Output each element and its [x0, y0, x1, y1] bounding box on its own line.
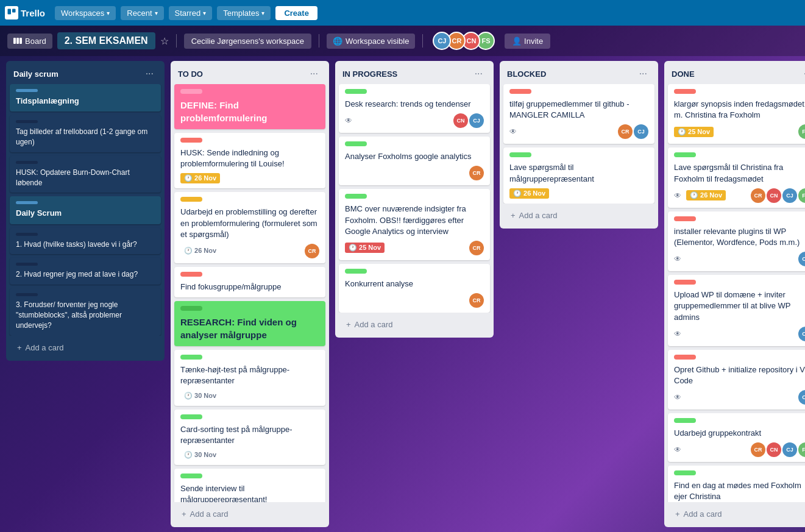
- card-avatars: CJ: [798, 327, 805, 341]
- card-avatar-fs: FS: [798, 188, 805, 203]
- plus-icon: +: [511, 211, 516, 220]
- card-husk-sende[interactable]: HUSK: Sende indledning og problemformule…: [174, 133, 325, 188]
- recent-nav-button[interactable]: Recent ▾: [121, 6, 163, 20]
- card-q3[interactable]: 3. Forudser/ forventer jeg nogle "stumbl…: [10, 288, 161, 335]
- card-sende-interview[interactable]: Sende interview til målgrupperepræsentan…: [174, 469, 325, 502]
- card-label: [180, 306, 202, 311]
- card-avatar-cr: CR: [469, 241, 484, 255]
- card-taenke-hoejt[interactable]: Tænke-højt-test på målgruppe-repræsentan…: [174, 350, 325, 405]
- add-card-button-daily-scrum[interactable]: + Add a card: [10, 338, 161, 357]
- card-label: [180, 197, 202, 202]
- card-find-dag[interactable]: Find en dag at mødes med Foxholm ejer Ch…: [668, 466, 805, 502]
- templates-nav-button[interactable]: Templates ▾: [217, 6, 271, 20]
- inprogress-column-menu-button[interactable]: ···: [471, 67, 486, 80]
- add-card-button-blocked[interactable]: + Add a card: [503, 206, 654, 225]
- daily-scrum-column-title: Daily scrum: [13, 69, 59, 79]
- card-udarbejd[interactable]: Udarbejd en problemstilling og derefter …: [174, 192, 325, 263]
- card-avatars: CJ: [798, 390, 805, 405]
- card-title: RESEARCH: Find viden og analyser målgrup…: [180, 316, 319, 341]
- card-tilfoj[interactable]: tilføj gruppemedlemmer til github - MANG…: [503, 84, 654, 144]
- card-installer[interactable]: installer relevante plugins til WP (Elem…: [668, 211, 805, 271]
- card-klargør[interactable]: klargør synopsis inden fredagsmødet m. C…: [668, 84, 805, 144]
- svg-rect-2: [13, 38, 16, 44]
- recent-chevron-icon: ▾: [155, 10, 158, 16]
- card-udarbejd-gruppe[interactable]: Udarbejd gruppekontrakt 👁 CR CN CJ FS: [668, 413, 805, 462]
- card-avatar-cj: CJ: [634, 124, 648, 139]
- card-daily-scrum-section[interactable]: Daily Scrum: [10, 196, 161, 224]
- visibility-button[interactable]: 🌐 Workspace visible: [327, 34, 416, 49]
- card-due-date: 🕐 26 Nov: [180, 173, 220, 183]
- card-research-find[interactable]: RESEARCH: Find viden og analyser målgrup…: [174, 301, 325, 346]
- card-avatar-cr: CR: [751, 188, 765, 203]
- done-column-menu-button[interactable]: ···: [800, 67, 805, 80]
- card-footer: 👁 CJ: [674, 390, 805, 405]
- card-label: [674, 216, 696, 221]
- card-upload-wp[interactable]: Upload WP til domæne + inviter gruppemed…: [668, 275, 805, 346]
- card-analyser-foxholm[interactable]: Analyser Foxholms google analytics CR: [339, 137, 490, 185]
- card-tag-billeder[interactable]: Tag billeder af trelloboard (1-2 gange o…: [10, 115, 161, 152]
- todo-column-menu-button[interactable]: ···: [307, 67, 322, 80]
- card-avatar-cj: CJ: [782, 442, 797, 457]
- card-card-sorting[interactable]: Card-sorting test på målgruppe-repræsent…: [174, 410, 325, 465]
- card-define-find[interactable]: DEFINE: Find problemformulering: [174, 84, 325, 129]
- add-card-button-inprogress[interactable]: + Add a card: [339, 315, 490, 334]
- card-avatar-cj: CJ: [798, 327, 805, 341]
- starred-nav-button[interactable]: Starred ▾: [169, 6, 213, 20]
- card-lave-sporgsmal-christina[interactable]: Lave spørgsmål til Christina fra Foxholm…: [668, 147, 805, 207]
- column-inprogress: IN PROGRESS ··· Desk research: trends og…: [335, 61, 494, 338]
- card-footer: 👁 🕐 26 Nov CR CN CJ FS: [674, 188, 805, 203]
- create-button[interactable]: Create: [275, 6, 317, 20]
- invite-button[interactable]: 👤 Invite: [505, 34, 550, 49]
- card-lave-sporgsmal[interactable]: Lave spørgsmål til målgrupperepræsentant…: [503, 147, 654, 203]
- card-opret-github[interactable]: Opret Github + initialize repository i V…: [668, 350, 805, 410]
- watch-icon: 👁: [674, 191, 681, 200]
- board-title[interactable]: 2. SEM EKSAMEN: [57, 32, 155, 49]
- card-title: Desk research: trends og tendenser: [345, 99, 484, 110]
- card-label: [16, 233, 38, 236]
- inprogress-cards-list: Desk research: trends og tendenser 👁 CN …: [335, 84, 494, 313]
- card-avatar-cj: CJ: [469, 113, 484, 128]
- workspace-button[interactable]: Cecilie Jørgensens's workspace: [184, 34, 311, 49]
- star-board-button[interactable]: ☆: [160, 35, 169, 47]
- blocked-column-menu-button[interactable]: ···: [636, 67, 651, 80]
- card-meta: 🕐 26 Nov: [180, 246, 220, 256]
- card-footer: 👁 CJ: [674, 327, 805, 341]
- card-desk-research[interactable]: Desk research: trends og tendenser 👁 CN …: [339, 84, 490, 133]
- blocked-add-footer: + Add a card: [500, 204, 658, 229]
- card-footer: 👁 CR CJ: [509, 124, 648, 139]
- daily-scrum-column-menu-button[interactable]: ···: [142, 67, 157, 80]
- card-title: Sende interview til målgrupperepræsentan…: [180, 483, 319, 502]
- card-avatars: CR: [469, 166, 484, 180]
- card-title: DEFINE: Find problemformulering: [180, 99, 319, 124]
- card-q2[interactable]: 2. Hvad regner jeg med at lave i dag?: [10, 258, 161, 285]
- card-find-fokus[interactable]: Find fokusgruppe/målgruppe: [174, 267, 325, 297]
- avatar-cj[interactable]: CJ: [433, 32, 451, 50]
- card-label: [345, 194, 367, 199]
- board-view-button[interactable]: Board: [7, 34, 52, 49]
- column-todo: TO DO ··· DEFINE: Find problemformulerin…: [171, 61, 329, 527]
- card-avatars: CR: [469, 241, 484, 255]
- watch-icon: 👁: [674, 445, 681, 454]
- card-husk-opdatere[interactable]: HUSK: Opdatere Burn-Down-Chart løbende: [10, 156, 161, 193]
- card-title: 1. Hvad (hvilke tasks) lavede vi i går?: [16, 239, 155, 250]
- card-avatar-cj: CJ: [782, 188, 797, 203]
- card-due-date: 🕐 26 Nov: [509, 188, 549, 199]
- card-title: BMC over nuværende indsigter fra Foxholm…: [345, 204, 484, 237]
- card-title: Daily Scrum: [16, 208, 155, 219]
- workspaces-nav-button[interactable]: Workspaces ▾: [55, 6, 116, 20]
- card-konkurrent[interactable]: Konkurrent analyse CR: [339, 264, 490, 313]
- card-title: Tænke-højt-test på målgruppe-repræsentan…: [180, 364, 319, 386]
- header-separator-3: [422, 34, 423, 48]
- trello-logo[interactable]: Trello: [5, 6, 45, 20]
- card-footer: 🕐 30 Nov: [180, 450, 319, 460]
- add-card-button-done[interactable]: + Add a card: [668, 505, 805, 523]
- card-title: 2. Hvad regner jeg med at lave i dag?: [16, 269, 155, 280]
- add-card-button-todo[interactable]: + Add a card: [174, 505, 325, 523]
- card-label: [16, 263, 38, 266]
- card-tidsplanlaegning[interactable]: Tidsplanlægning: [10, 84, 161, 112]
- card-avatars: CR CJ: [618, 124, 648, 139]
- card-avatar-cn: CN: [453, 113, 468, 128]
- card-avatars: CJ: [798, 252, 805, 266]
- card-bmc[interactable]: BMC over nuværende indsigter fra Foxholm…: [339, 189, 490, 260]
- card-q1[interactable]: 1. Hvad (hvilke tasks) lavede vi i går?: [10, 228, 161, 255]
